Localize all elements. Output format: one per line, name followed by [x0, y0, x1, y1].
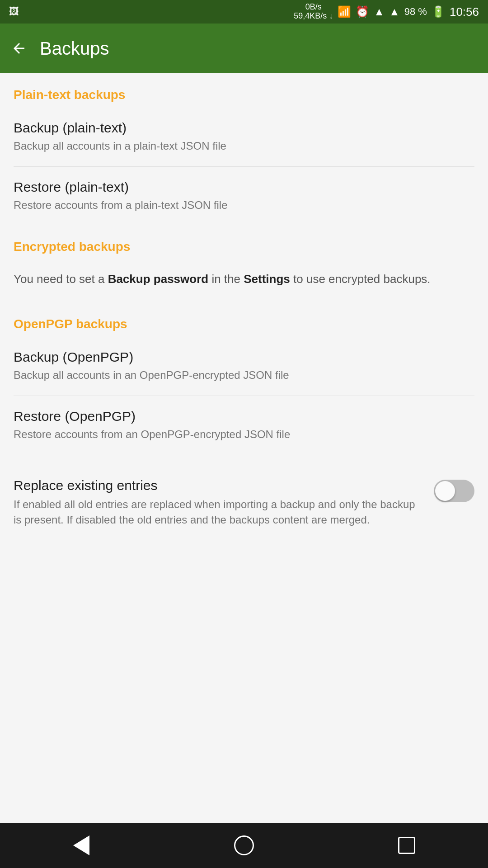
restore-openpgp-title: Restore (OpenPGP)	[14, 409, 474, 424]
section-plain-text: Plain-text backups Backup (plain-text) B…	[0, 73, 488, 225]
back-button[interactable]	[11, 40, 27, 57]
status-bar: 🖼 0B/s 59,4KB/s ↓ 📶 ⏰ ▲ ▲ 98 % 🔋 10:56	[0, 0, 488, 24]
bluetooth-icon: 📶	[338, 5, 351, 18]
backup-openpgp-subtitle: Backup all accounts in an OpenPGP-encryp…	[14, 368, 474, 383]
encrypted-info-text: You need to set a Backup password in the…	[0, 259, 488, 302]
restore-plain-text-title: Restore (plain-text)	[14, 179, 474, 195]
home-nav-icon	[234, 835, 254, 855]
restore-openpgp-subtitle: Restore accounts from an OpenPGP-encrypt…	[14, 427, 474, 442]
nav-back-button[interactable]	[63, 827, 99, 863]
section-header-openpgp: OpenPGP backups	[0, 302, 488, 337]
replace-existing-entries-text: Replace existing entries If enabled all …	[14, 478, 434, 527]
battery-indicator: 98 %	[404, 6, 427, 18]
status-bar-left: 🖼	[9, 6, 19, 18]
content-area: Plain-text backups Backup (plain-text) B…	[0, 73, 488, 823]
page-title: Backups	[40, 38, 109, 59]
replace-existing-entries-subtitle: If enabled all old entries are replaced …	[14, 497, 425, 527]
wifi-icon: ▲	[374, 5, 385, 18]
photo-icon: 🖼	[9, 6, 19, 18]
section-header-encrypted: Encrypted backups	[0, 225, 488, 259]
replace-existing-toggle[interactable]	[434, 480, 474, 502]
bottom-nav	[0, 823, 488, 868]
backup-plain-text-item[interactable]: Backup (plain-text) Backup all accounts …	[0, 108, 488, 166]
section-encrypted: Encrypted backups You need to set a Back…	[0, 225, 488, 302]
replace-existing-entries-title: Replace existing entries	[14, 478, 425, 493]
signal-icon: ▲	[389, 5, 400, 18]
restore-plain-text-item[interactable]: Restore (plain-text) Restore accounts fr…	[0, 167, 488, 226]
nav-recents-button[interactable]	[389, 827, 425, 863]
app-bar: Backups	[0, 24, 488, 73]
restore-openpgp-item[interactable]: Restore (OpenPGP) Restore accounts from …	[0, 396, 488, 455]
alarm-icon: ⏰	[356, 5, 369, 18]
recents-nav-icon	[398, 837, 415, 854]
backup-openpgp-title: Backup (OpenPGP)	[14, 349, 474, 365]
battery-icon: 🔋	[432, 5, 445, 18]
restore-plain-text-subtitle: Restore accounts from a plain-text JSON …	[14, 198, 474, 213]
backup-plain-text-subtitle: Backup all accounts in a plain-text JSON…	[14, 138, 474, 154]
clock: 10:56	[450, 5, 479, 19]
toggle-knob	[435, 481, 455, 501]
network-speed: 0B/s 59,4KB/s ↓	[294, 3, 333, 21]
status-bar-right: 0B/s 59,4KB/s ↓ 📶 ⏰ ▲ ▲ 98 % 🔋 10:56	[294, 3, 479, 21]
nav-home-button[interactable]	[226, 827, 262, 863]
backup-openpgp-item[interactable]: Backup (OpenPGP) Backup all accounts in …	[0, 337, 488, 396]
back-nav-icon	[73, 835, 89, 855]
section-openpgp: OpenPGP backups Backup (OpenPGP) Backup …	[0, 302, 488, 454]
replace-existing-entries-row[interactable]: Replace existing entries If enabled all …	[0, 465, 488, 540]
section-header-plain-text: Plain-text backups	[0, 73, 488, 108]
backup-plain-text-title: Backup (plain-text)	[14, 120, 474, 136]
